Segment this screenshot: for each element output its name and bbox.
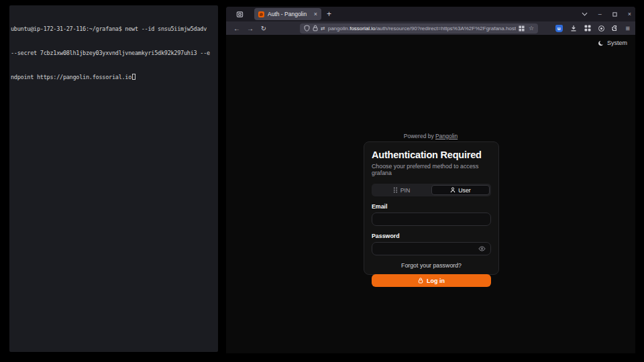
close-button[interactable]: × [628, 11, 631, 17]
email-field-wrap [372, 213, 491, 226]
auth-card: Authentication Required Choose your pref… [364, 141, 499, 275]
menu-icon[interactable]: ≡ [626, 24, 630, 32]
pangolin-favicon [258, 11, 264, 17]
extension-puzzle-icon[interactable] [612, 25, 619, 32]
email-label: Email [372, 203, 491, 210]
maximize-button[interactable] [612, 12, 617, 17]
powered-by: Powered by Pangolin [226, 133, 635, 139]
back-icon[interactable]: ← [231, 25, 242, 32]
theme-selector[interactable]: System [598, 40, 627, 46]
minimize-button[interactable]: – [598, 11, 602, 17]
new-tab-button[interactable]: + [327, 9, 331, 19]
terminal-cursor [132, 74, 136, 80]
keypad-icon [393, 187, 398, 193]
desktop: ubuntu@ip-172-31-27-116:~/grafana$ newt … [0, 0, 644, 362]
email-input[interactable] [377, 216, 486, 223]
ublock-extension-icon[interactable]: u [555, 25, 563, 32]
show-password-eye-icon[interactable] [478, 246, 486, 251]
permissions-icon[interactable]: ⇄ [321, 25, 325, 32]
terminal-output: ubuntu@ip-172-31-27-116:~/grafana$ newt … [9, 5, 218, 97]
extensions-grid-icon[interactable] [584, 25, 591, 32]
auth-page: System Powered by Pangolin Authenticatio… [226, 35, 635, 353]
login-button[interactable]: Log in [372, 274, 491, 287]
password-field-wrap [372, 242, 491, 255]
url-text[interactable]: pangolin.fossorial.io/auth/resource/90?r… [328, 25, 516, 32]
browser-tab[interactable]: Auth - Pangolin × [254, 8, 321, 20]
pangolin-link[interactable]: Pangolin [435, 133, 458, 139]
tab-pin[interactable]: PIN [373, 185, 430, 195]
password-label: Password [372, 233, 491, 239]
theme-label: System [607, 40, 627, 46]
forward-icon[interactable]: → [245, 25, 256, 32]
address-bar[interactable]: ⇄ pangolin.fossorial.io/auth/resource/90… [300, 23, 538, 34]
login-lock-icon [418, 278, 423, 284]
lock-icon[interactable] [313, 25, 318, 32]
moon-icon [598, 40, 604, 46]
bookmark-star-icon[interactable]: ☆ [529, 25, 534, 32]
auth-method-tabs: PIN User [372, 184, 491, 196]
terminal-line: ubuntu@ip-172-31-27-116:~/grafana$ newt … [11, 25, 217, 33]
card-subtitle: Choose your preferred method to access g… [372, 163, 491, 176]
reload-icon[interactable]: ↻ [258, 25, 269, 32]
reader-grid-icon[interactable] [519, 25, 525, 32]
terminal-line: --secret 7cbz1xw08lh1jbzey03yxvndljvneam… [11, 49, 217, 57]
card-title: Authentication Required [372, 149, 491, 160]
browser-tab-bar: Auth - Pangolin × + – × [226, 7, 635, 21]
browser-toolbar: ← → ↻ ⇄ pangolin.fossorial.io/auth/resou… [226, 21, 635, 35]
terminal-line: ndpoint https://pangolin.fossorial.io [11, 73, 217, 81]
shield-icon[interactable] [304, 25, 310, 32]
firefox-view-icon[interactable] [231, 8, 248, 20]
tab-title: Auth - Pangolin [268, 11, 311, 17]
terminal-window[interactable]: ubuntu@ip-172-31-27-116:~/grafana$ newt … [9, 5, 218, 352]
download-icon[interactable] [570, 25, 577, 32]
tab-user[interactable]: User [431, 185, 490, 195]
record-circle-icon[interactable] [598, 25, 604, 32]
tab-close-icon[interactable]: × [314, 11, 317, 17]
browser-window: Auth - Pangolin × + – × ← → ↻ [226, 7, 635, 353]
password-input[interactable] [377, 245, 478, 252]
tab-list-chevron-icon[interactable] [582, 12, 588, 16]
forgot-password-link[interactable]: Forgot your password? [372, 262, 491, 269]
user-icon [450, 187, 455, 193]
